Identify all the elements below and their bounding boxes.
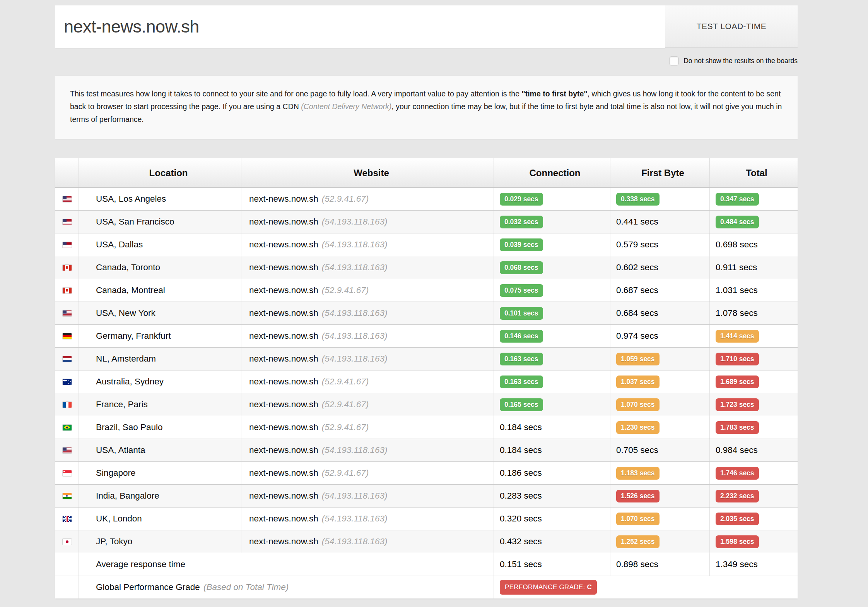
first-byte-value: 1.183 secs	[616, 467, 660, 480]
first-byte-value: 0.687 secs	[616, 285, 658, 295]
first-byte-value: 1.526 secs	[616, 490, 660, 502]
flag-uk-icon	[63, 516, 72, 522]
website-domain: next-news.now.sh	[249, 422, 318, 432]
options-row: Do not show the results on the boards	[55, 56, 798, 66]
website-domain: next-news.now.sh	[249, 491, 318, 501]
connection-cell: 0.186 secs	[494, 462, 610, 484]
website-ip: (52.9.41.67)	[322, 285, 369, 295]
website-domain: next-news.now.sh	[249, 262, 318, 273]
website-ip: (52.9.41.67)	[322, 468, 369, 478]
location-cell: USA, Los Angeles	[79, 188, 241, 210]
total-value: 0.484 secs	[716, 216, 759, 228]
location-cell: USA, San Francisco	[79, 211, 241, 233]
flag-nl-icon	[63, 356, 72, 362]
first-byte-cell: 1.037 secs	[610, 370, 709, 393]
total-value: 1.723 secs	[716, 398, 759, 411]
website-domain: next-news.now.sh	[249, 285, 318, 295]
average-total: 1.349 secs	[709, 553, 798, 576]
average-connection-value: 0.151 secs	[500, 559, 542, 569]
first-byte-cell: 1.526 secs	[610, 485, 709, 507]
website-cell: next-news.now.sh (54.193.118.163)	[241, 256, 494, 279]
first-byte-cell: 0.705 secs	[610, 439, 709, 461]
table-row: USA, Dallas next-news.now.sh (54.193.118…	[55, 233, 798, 256]
website-ip: (52.9.41.67)	[322, 377, 369, 387]
total-cell: 0.484 secs	[709, 211, 798, 233]
location-cell: France, Paris	[79, 393, 241, 416]
connection-cell: 0.068 secs	[494, 256, 610, 279]
flag-us-icon	[63, 310, 72, 316]
total-cell: 0.698 secs	[709, 233, 798, 256]
connection-value: 0.068 secs	[500, 261, 543, 274]
grade-badge-label: PERFORMANCE GRADE:	[505, 583, 585, 591]
flag-us-icon	[63, 219, 72, 225]
connection-value: 0.320 secs	[500, 514, 542, 524]
connection-cell: 0.039 secs	[494, 233, 610, 256]
first-byte-cell: 0.602 secs	[610, 256, 709, 279]
connection-value: 0.163 secs	[500, 353, 543, 365]
average-row: Average response time 0.151 secs 0.898 s…	[55, 553, 798, 576]
first-byte-value: 1.037 secs	[616, 376, 660, 388]
flag-cell	[55, 256, 79, 279]
location-cell: Singapore	[79, 462, 241, 484]
flag-cell	[55, 188, 79, 210]
first-byte-cell: 0.684 secs	[610, 302, 709, 324]
connection-cell: 0.184 secs	[494, 416, 610, 439]
first-byte-value: 0.684 secs	[616, 308, 658, 318]
description-italic: (Content Delivery Network)	[301, 102, 391, 111]
website-cell: next-news.now.sh (52.9.41.67)	[241, 370, 494, 393]
website-cell: next-news.now.sh (54.193.118.163)	[241, 233, 494, 256]
page-content: TEST LOAD-TIME Do not show the results o…	[55, 5, 798, 598]
first-byte-cell: 1.059 secs	[610, 348, 709, 370]
total-value: 1.689 secs	[716, 376, 759, 388]
first-byte-cell: 1.230 secs	[610, 416, 709, 439]
website-ip: (52.9.41.67)	[322, 422, 369, 432]
results-table: Location Website Connection First Byte T…	[55, 158, 798, 598]
connection-value: 0.165 secs	[500, 398, 543, 411]
total-value: 1.598 secs	[716, 535, 759, 548]
website-ip: (52.9.41.67)	[322, 194, 369, 204]
flag-de-icon	[63, 333, 72, 339]
total-value: 1.031 secs	[716, 285, 758, 295]
table-row: France, Paris next-news.now.sh (52.9.41.…	[55, 393, 798, 416]
first-byte-cell: 1.183 secs	[610, 462, 709, 484]
total-value: 0.911 secs	[716, 262, 757, 273]
website-domain: next-news.now.sh	[249, 400, 318, 410]
total-cell: 2.035 secs	[709, 508, 798, 530]
average-first-byte-value: 0.898 secs	[616, 559, 658, 569]
table-row: UK, London next-news.now.sh (54.193.118.…	[55, 507, 798, 530]
first-byte-value: 0.974 secs	[616, 331, 658, 341]
total-value: 1.414 secs	[716, 330, 759, 343]
flag-cell	[55, 530, 79, 553]
table-header-row: Location Website Connection First Byte T…	[55, 158, 798, 188]
flag-cell	[55, 416, 79, 439]
connection-cell: 0.032 secs	[494, 211, 610, 233]
total-value: 1.078 secs	[716, 308, 758, 318]
average-first-byte: 0.898 secs	[610, 553, 709, 576]
domain-input-container	[55, 5, 665, 48]
table-row: India, Bangalore next-news.now.sh (54.19…	[55, 484, 798, 507]
hide-results-checkbox[interactable]	[670, 57, 678, 65]
website-cell: next-news.now.sh (54.193.118.163)	[241, 211, 494, 233]
first-byte-value: 1.070 secs	[616, 398, 660, 411]
location-cell: USA, Atlanta	[79, 439, 241, 461]
header-first-byte: First Byte	[610, 158, 709, 187]
test-load-time-button[interactable]: TEST LOAD-TIME	[665, 5, 798, 48]
header-connection: Connection	[494, 158, 610, 187]
flag-ca-icon	[63, 288, 72, 293]
top-bar: TEST LOAD-TIME	[55, 5, 798, 48]
flag-cell	[55, 211, 79, 233]
website-cell: next-news.now.sh (52.9.41.67)	[241, 416, 494, 439]
location-cell: Germany, Frankfurt	[79, 325, 241, 347]
table-row: USA, San Francisco next-news.now.sh (54.…	[55, 210, 798, 233]
flag-cell	[55, 348, 79, 370]
website-cell: next-news.now.sh (52.9.41.67)	[241, 393, 494, 416]
website-cell: next-news.now.sh (52.9.41.67)	[241, 188, 494, 210]
domain-input[interactable]	[63, 16, 665, 37]
table-row: USA, New York next-news.now.sh (54.193.1…	[55, 302, 798, 324]
website-domain: next-news.now.sh	[249, 308, 318, 318]
first-byte-value: 0.705 secs	[616, 445, 658, 455]
header-website: Website	[241, 158, 494, 187]
header-location: Location	[79, 158, 241, 187]
flag-cell	[55, 279, 79, 302]
average-flag-cell	[55, 553, 79, 576]
